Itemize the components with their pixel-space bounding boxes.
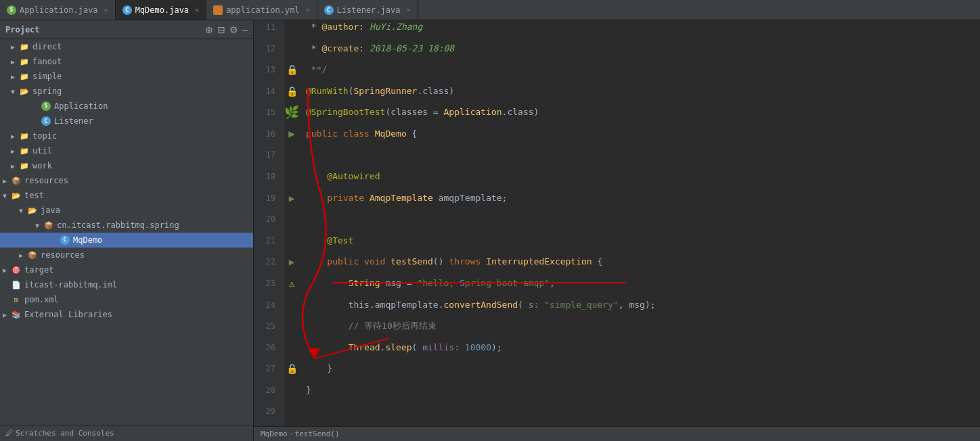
sidebar-item-listener[interactable]: C Listener: [0, 114, 253, 129]
line-num-12: 12: [254, 42, 284, 64]
gutter-18: [284, 170, 299, 191]
sidebar-item-util[interactable]: 📁 util: [0, 143, 253, 158]
resources-icon-main: 📦: [11, 175, 22, 186]
file-tree: 📁 direct 📁 fanout 📁 simple 📂 spring: [0, 39, 253, 425]
gutter-25: [284, 319, 299, 341]
code-line-26: 26 Thread.sleep( millis: 10000);: [254, 341, 980, 363]
sidebar-item-resources-test[interactable]: 📦 resources: [0, 248, 253, 262]
tab-close-yml[interactable]: ✕: [306, 6, 310, 14]
status-bar: MqDemo › testSend(): [254, 426, 980, 441]
line-num-28: 28: [254, 384, 284, 405]
tab-mqdemo-java[interactable]: C MqDemo.java ✕: [116, 0, 207, 20]
java-icon: C: [122, 5, 132, 15]
gutter-22: ▶: [284, 255, 299, 277]
tab-application-java[interactable]: S Application.java ✕: [0, 0, 116, 20]
label-iml: itcast-rabbitmq.iml: [24, 280, 117, 289]
code-line-13: 13 🔒 **/: [254, 63, 980, 85]
folder-icon-util: 📁: [19, 145, 30, 156]
tab-close-mqdemo[interactable]: ✕: [195, 6, 199, 14]
editor-content[interactable]: 11 * @author: HuYi.Zhang 12 * @create: 2…: [254, 20, 980, 426]
label-package: cn.itcast.rabbitmq.spring: [57, 220, 179, 230]
code-line-17: 17: [254, 148, 980, 170]
line-content-21: @Test: [299, 234, 980, 256]
line-num-22: 22: [254, 255, 284, 277]
line-content-17: [299, 148, 980, 170]
line-content-29: [299, 404, 980, 426]
arrow-topic: [11, 133, 19, 140]
line-num-25: 25: [254, 319, 284, 341]
package-icon: 📦: [43, 220, 54, 231]
tab-application-yml[interactable]: application.yml ✕: [206, 0, 317, 20]
sidebar-item-resources-main[interactable]: 📦 resources: [0, 173, 253, 188]
code-line-16: 16 ▶ public class MqDemo {: [254, 127, 980, 149]
sidebar-item-application[interactable]: S Application: [0, 99, 253, 114]
label-listener: Listener: [54, 116, 93, 126]
tab-bar: S Application.java ✕ C MqDemo.java ✕ app…: [0, 0, 980, 20]
tab-close-application[interactable]: ✕: [104, 6, 108, 14]
folder-icon-spring: 📂: [19, 86, 30, 97]
label-test: test: [24, 191, 44, 200]
folder-icon-work: 📁: [19, 160, 30, 171]
line-content-22: public void testSend() throws Interrupte…: [299, 255, 980, 277]
code-line-12: 12 * @create: 2018-05-23 18:08: [254, 42, 980, 64]
sidebar-item-ext-libs[interactable]: 📚 External Libraries: [0, 307, 253, 322]
add-module-button[interactable]: ⊕: [205, 24, 213, 35]
line-num-19: 19: [254, 191, 284, 213]
line-content-26: Thread.sleep( millis: 10000);: [299, 341, 980, 363]
code-line-11: 11 * @author: HuYi.Zhang: [254, 20, 980, 42]
sidebar-item-mqdemo[interactable]: C MqDemo: [0, 233, 253, 248]
gutter-16: ▶: [284, 127, 299, 149]
line-num-20: 20: [254, 212, 284, 234]
line-content-11: * @author: HuYi.Zhang: [299, 20, 980, 42]
label-work: work: [32, 161, 52, 170]
tab-label-active: MqDemo.java: [135, 5, 189, 15]
line-num-26: 26: [254, 341, 284, 363]
sidebar-item-java[interactable]: 📂 java: [0, 203, 253, 218]
collapse-all-button[interactable]: ⊟: [217, 24, 225, 35]
gutter-19: ▶: [284, 191, 299, 213]
iml-icon: 📄: [11, 279, 22, 290]
sidebar-item-fanout[interactable]: 📁 fanout: [0, 54, 253, 69]
line-content-24: this.amqpTemplate.convertAndSend( s: "si…: [299, 298, 980, 320]
sidebar-item-spring[interactable]: 📂 spring: [0, 84, 253, 99]
line-content-20: [299, 212, 980, 234]
sidebar-item-simple[interactable]: 📁 simple: [0, 69, 253, 84]
tab-listener-java[interactable]: C Listener.java ✕: [317, 0, 418, 20]
target-icon: 🎯: [11, 264, 22, 275]
label-mqdemo: MqDemo: [73, 235, 102, 245]
sidebar-item-topic[interactable]: 📁 topic: [0, 129, 253, 143]
label-util: util: [32, 146, 52, 156]
arrow-java: [19, 207, 27, 214]
label-ext-libs: External Libraries: [24, 310, 112, 319]
arrow-resources-test: [19, 252, 27, 259]
gutter-24: [284, 298, 299, 320]
yml-icon: [213, 5, 223, 15]
sidebar-item-iml[interactable]: 📄 itcast-rabbitmq.iml: [0, 277, 253, 292]
gutter-13: 🔒: [284, 63, 299, 85]
sidebar-item-direct[interactable]: 📁 direct: [0, 39, 253, 54]
code-line-25: 25 // 等待10秒后再结束: [254, 319, 980, 341]
arrow-ext-libs: [3, 311, 11, 319]
sidebar-item-package[interactable]: 📦 cn.itcast.rabbitmq.spring: [0, 218, 253, 233]
gutter-23: ⚠: [284, 277, 299, 298]
label-topic: topic: [32, 131, 57, 141]
gutter-28: [284, 384, 299, 405]
sidebar-item-work[interactable]: 📁 work: [0, 158, 253, 173]
java-icon-listener: C: [324, 5, 334, 15]
sidebar: Project ⊕ ⊟ ⚙ – 📁 direct 📁 fanout: [0, 20, 254, 441]
line-content-18: @Autowired: [299, 170, 980, 191]
settings-button[interactable]: ⚙: [229, 24, 238, 35]
gutter-11: [284, 20, 299, 42]
ext-libs-icon: 📚: [11, 309, 22, 320]
sidebar-item-test[interactable]: 📂 test: [0, 188, 253, 203]
line-num-29: 29: [254, 404, 284, 426]
minimize-button[interactable]: –: [242, 24, 248, 35]
sidebar-item-scratches[interactable]: 🖊 Scratches and Consoles: [0, 425, 253, 441]
breadcrumb-mqdemo: MqDemo: [261, 430, 288, 438]
sidebar-item-pom[interactable]: m pom.xml: [0, 292, 253, 307]
code-line-29: 29: [254, 404, 980, 426]
tab-close-listener[interactable]: ✕: [406, 6, 410, 14]
label-fanout: fanout: [32, 57, 62, 66]
sidebar-item-target[interactable]: 🎯 target: [0, 262, 253, 277]
code-line-22: 22 ▶ public void testSend() throws Inter…: [254, 255, 980, 277]
